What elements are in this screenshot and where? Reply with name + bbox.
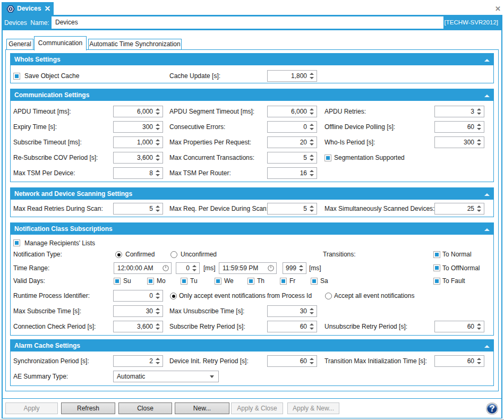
svg-text:?: ? (490, 404, 495, 413)
